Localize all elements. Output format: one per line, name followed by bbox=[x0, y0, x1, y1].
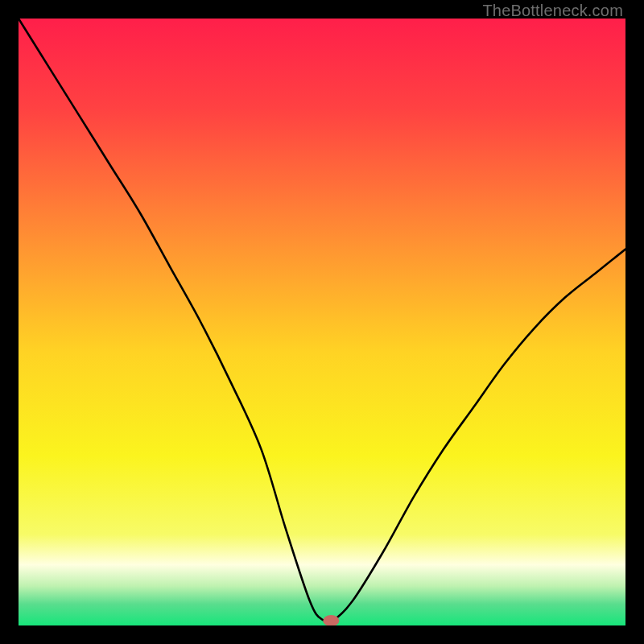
chart-canvas bbox=[19, 19, 625, 625]
bottleneck-chart bbox=[19, 19, 625, 625]
watermark-text: TheBottleneck.com bbox=[482, 2, 623, 20]
gradient-background bbox=[19, 19, 625, 625]
